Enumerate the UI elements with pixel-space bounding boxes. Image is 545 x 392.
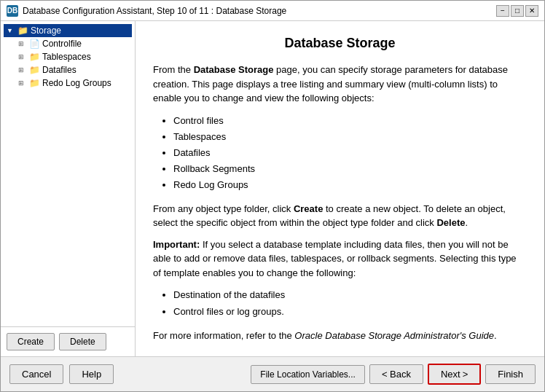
left-panel: ▼ 📁 Storage ⊞ 📄 Controlfile ⊞ 📁 Tablespa… bbox=[1, 21, 136, 356]
tree-children: ⊞ 📄 Controlfile ⊞ 📁 Tablespaces ⊞ 📁 Data… bbox=[15, 37, 132, 90]
redo-log-icon: 📁 bbox=[29, 78, 40, 88]
bottom-left: Cancel Help bbox=[9, 364, 114, 384]
tree-area: ▼ 📁 Storage ⊞ 📄 Controlfile ⊞ 📁 Tablespa… bbox=[1, 21, 135, 326]
next-arrow-icon: > bbox=[463, 369, 468, 380]
main-window: DB Database Configuration Assistant, Ste… bbox=[0, 0, 545, 392]
bottom-right: File Location Variables... < Back Next >… bbox=[251, 364, 536, 385]
list-item-rollback-segments: Rollback Segments bbox=[173, 161, 527, 177]
objects-list: Control files Tablespaces Datafiles Roll… bbox=[173, 113, 527, 193]
app-icon-text: DB bbox=[7, 7, 17, 15]
tree-item-controlfile[interactable]: ⊞ 📄 Controlfile bbox=[15, 37, 132, 50]
back-button[interactable]: < Back bbox=[369, 364, 423, 384]
app-icon: DB bbox=[7, 5, 18, 17]
list-item-datafiles: Datafiles bbox=[173, 145, 527, 161]
next-label: Next bbox=[441, 369, 460, 380]
list-item-tablespaces: Tablespaces bbox=[173, 129, 527, 145]
finish-button[interactable]: Finish bbox=[485, 364, 536, 384]
create-info-text: From any object type folder, click Creat… bbox=[153, 202, 527, 230]
title-bar-controls: − □ ✕ bbox=[496, 5, 538, 17]
left-panel-bottom: Create Delete bbox=[1, 326, 135, 356]
title-bar: DB Database Configuration Assistant, Ste… bbox=[1, 1, 544, 21]
title-bar-left: DB Database Configuration Assistant, Ste… bbox=[7, 5, 286, 17]
help-button[interactable]: Help bbox=[69, 364, 114, 384]
tree-item-datafiles[interactable]: ⊞ 📁 Datafiles bbox=[15, 63, 132, 77]
template-list: Destination of the datafiles Control fil… bbox=[173, 287, 527, 319]
expand-icon-datafiles: ⊞ bbox=[18, 66, 27, 74]
expand-icon-tablespaces: ⊞ bbox=[18, 53, 27, 60]
minimize-button[interactable]: − bbox=[496, 5, 509, 17]
close-button[interactable]: ✕ bbox=[525, 5, 538, 17]
expand-icon-storage: ▼ bbox=[7, 27, 15, 34]
window-title: Database Configuration Assistant, Step 1… bbox=[23, 6, 286, 16]
tree-item-redo-label: Redo Log Groups bbox=[42, 78, 111, 88]
create-button[interactable]: Create bbox=[7, 333, 55, 350]
more-info-text: For more information, refer to the Oracl… bbox=[153, 329, 527, 343]
list-item-destination: Destination of the datafiles bbox=[173, 287, 527, 303]
folder-icon-storage: 📁 bbox=[17, 26, 28, 36]
expand-icon-controlfile: ⊞ bbox=[18, 40, 27, 47]
page-title: Database Storage bbox=[153, 36, 527, 51]
intro-text: From the Database Storage page, you can … bbox=[153, 63, 527, 106]
tree-item-tablespaces-label: Tablespaces bbox=[42, 52, 91, 62]
restore-button[interactable]: □ bbox=[511, 5, 524, 17]
tree-item-datafiles-label: Datafiles bbox=[42, 65, 77, 75]
tree-item-storage-label: Storage bbox=[31, 26, 61, 36]
tree-item-storage[interactable]: ▼ 📁 Storage bbox=[4, 24, 132, 37]
right-panel: Database Storage From the Database Stora… bbox=[136, 21, 544, 356]
delete-button[interactable]: Delete bbox=[59, 333, 106, 350]
file-location-variables-button[interactable]: File Location Variables... bbox=[251, 365, 365, 384]
list-item-control-log: Control files or log groups. bbox=[173, 304, 527, 320]
list-item-control-files: Control files bbox=[173, 113, 527, 129]
tree-item-controlfile-label: Controlfile bbox=[42, 39, 82, 49]
bottom-bar: Cancel Help File Location Variables... <… bbox=[1, 356, 544, 391]
list-item-redo-log-groups: Redo Log Groups bbox=[173, 177, 527, 193]
tablespaces-icon: 📁 bbox=[29, 52, 40, 62]
tree-item-tablespaces[interactable]: ⊞ 📁 Tablespaces bbox=[15, 50, 132, 63]
controlfile-icon: 📄 bbox=[29, 39, 40, 49]
cancel-button[interactable]: Cancel bbox=[9, 364, 63, 384]
expand-icon-redo: ⊞ bbox=[18, 79, 27, 87]
datafiles-icon: 📁 bbox=[29, 65, 40, 75]
tree-item-redo-log-groups[interactable]: ⊞ 📁 Redo Log Groups bbox=[15, 77, 132, 90]
content-area: ▼ 📁 Storage ⊞ 📄 Controlfile ⊞ 📁 Tablespa… bbox=[1, 21, 544, 356]
next-button[interactable]: Next > bbox=[428, 364, 481, 385]
important-text: Important: If you select a database temp… bbox=[153, 238, 527, 281]
